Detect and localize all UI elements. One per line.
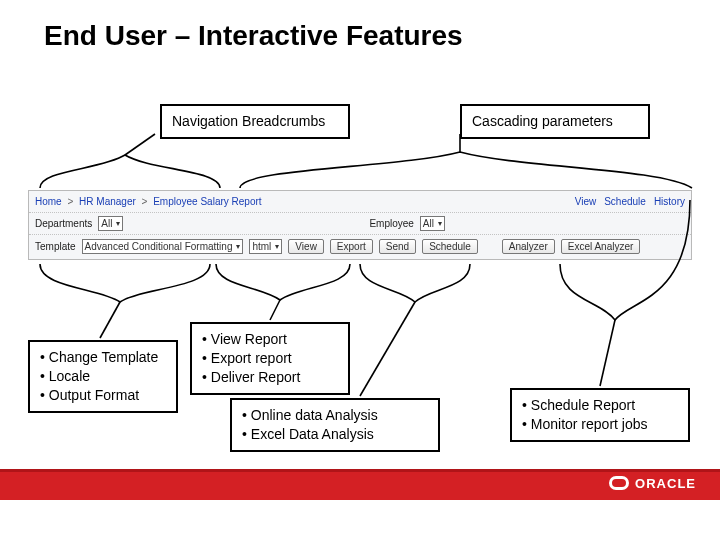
chevron-down-icon: ▾ bbox=[438, 219, 442, 228]
employee-label: Employee bbox=[369, 218, 413, 229]
callout-change-template: Change Template Locale Output Format bbox=[28, 340, 178, 413]
bullet: Excel Data Analysis bbox=[242, 425, 428, 444]
analyzer-button[interactable]: Analyzer bbox=[502, 239, 555, 254]
callout-cascading-parameters: Cascading parameters bbox=[460, 104, 650, 139]
callout-label: Navigation Breadcrumbs bbox=[172, 113, 325, 129]
schedule-link[interactable]: Schedule bbox=[604, 196, 646, 207]
bullet: Monitor report jobs bbox=[522, 415, 678, 434]
oracle-wordmark: ORACLE bbox=[635, 476, 696, 491]
callout-navigation-breadcrumbs: Navigation Breadcrumbs bbox=[160, 104, 350, 139]
select-value: html bbox=[252, 241, 271, 252]
bullet: Deliver Report bbox=[202, 368, 338, 387]
chevron-down-icon: ▾ bbox=[236, 242, 240, 251]
toolbar-links: View Schedule History bbox=[575, 196, 685, 207]
slide-title: End User – Interactive Features bbox=[44, 20, 463, 52]
select-value: All bbox=[423, 218, 434, 229]
action-row: Template Advanced Conditional Formatting… bbox=[29, 235, 691, 257]
parameter-row: Departments All ▾ Employee All ▾ bbox=[29, 213, 691, 235]
callout-data-analysis: Online data Analysis Excel Data Analysis bbox=[230, 398, 440, 452]
oracle-logo: ORACLE bbox=[576, 472, 696, 494]
breadcrumb: Home > HR Manager > Employee Salary Repo… bbox=[35, 196, 262, 207]
slide: End User – Interactive Features Navigati… bbox=[0, 0, 720, 540]
breadcrumb-home[interactable]: Home bbox=[35, 196, 62, 207]
schedule-button[interactable]: Schedule bbox=[422, 239, 478, 254]
select-value: All bbox=[101, 218, 112, 229]
employee-select[interactable]: All ▾ bbox=[420, 216, 445, 231]
view-link[interactable]: View bbox=[575, 196, 597, 207]
svg-line-2 bbox=[100, 302, 120, 338]
footer-bar: ORACLE bbox=[0, 472, 720, 500]
callout-schedule-monitor: Schedule Report Monitor report jobs bbox=[510, 388, 690, 442]
bullet: Output Format bbox=[40, 386, 166, 405]
svg-line-0 bbox=[125, 134, 155, 155]
bullet: View Report bbox=[202, 330, 338, 349]
chevron-down-icon: ▾ bbox=[275, 242, 279, 251]
template-select[interactable]: Advanced Conditional Formatting ▾ bbox=[82, 239, 244, 254]
bullet: Online data Analysis bbox=[242, 406, 428, 425]
export-button[interactable]: Export bbox=[330, 239, 373, 254]
bullet: Locale bbox=[40, 367, 166, 386]
svg-line-3 bbox=[270, 300, 280, 320]
view-button[interactable]: View bbox=[288, 239, 324, 254]
connector-overlay bbox=[0, 0, 720, 540]
breadcrumb-row: Home > HR Manager > Employee Salary Repo… bbox=[29, 191, 691, 213]
bullet: Export report bbox=[202, 349, 338, 368]
svg-line-5 bbox=[600, 320, 615, 386]
chevron-icon: > bbox=[139, 196, 151, 207]
send-button[interactable]: Send bbox=[379, 239, 416, 254]
departments-select[interactable]: All ▾ bbox=[98, 216, 123, 231]
chevron-down-icon: ▾ bbox=[116, 219, 120, 228]
breadcrumb-report[interactable]: Employee Salary Report bbox=[153, 196, 261, 207]
history-link[interactable]: History bbox=[654, 196, 685, 207]
template-label: Template bbox=[35, 241, 76, 252]
svg-line-4 bbox=[360, 302, 415, 396]
excel-analyzer-button[interactable]: Excel Analyzer bbox=[561, 239, 641, 254]
callout-label: Cascading parameters bbox=[472, 113, 613, 129]
format-select[interactable]: html ▾ bbox=[249, 239, 282, 254]
select-value: Advanced Conditional Formatting bbox=[85, 241, 233, 252]
callout-view-export-deliver: View Report Export report Deliver Report bbox=[190, 322, 350, 395]
report-viewer-screenshot: Home > HR Manager > Employee Salary Repo… bbox=[28, 190, 692, 260]
oracle-o-icon bbox=[609, 476, 629, 490]
chevron-icon: > bbox=[64, 196, 76, 207]
breadcrumb-hr-manager[interactable]: HR Manager bbox=[79, 196, 136, 207]
bullet: Change Template bbox=[40, 348, 166, 367]
bullet: Schedule Report bbox=[522, 396, 678, 415]
departments-label: Departments bbox=[35, 218, 92, 229]
